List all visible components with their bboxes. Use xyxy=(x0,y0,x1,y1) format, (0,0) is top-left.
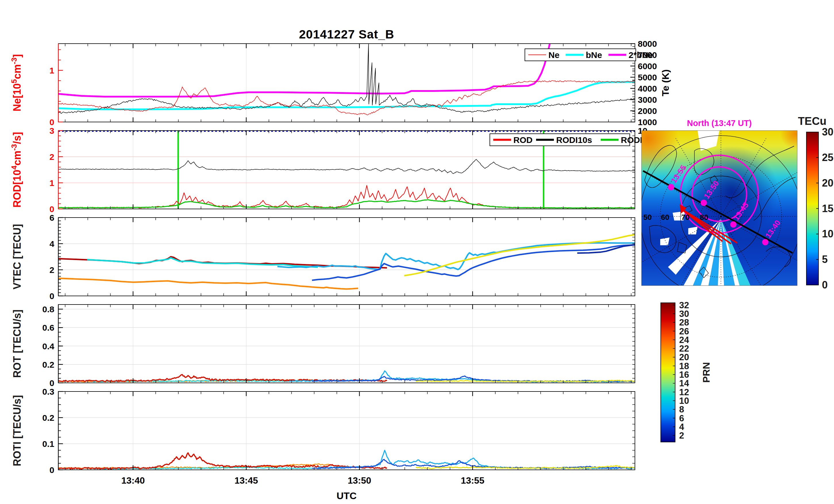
xtick-13:50: 13:50 xyxy=(348,475,371,486)
lat-label-70: 70 xyxy=(681,213,689,222)
series-vtec-prn-cyan xyxy=(87,258,318,267)
tecu-tick-10: 10 xyxy=(822,228,833,240)
tecu-tick-20: 20 xyxy=(822,177,833,189)
ytick-ne-te-0: 0 xyxy=(49,117,54,127)
series-2*bNe xyxy=(58,42,550,97)
panel-rot: 00.20.40.60.8ROT [TECU/s] xyxy=(11,304,635,388)
legend-item-bNe: bNe xyxy=(586,50,602,60)
map-title: North (13:47 UT) xyxy=(687,118,752,128)
tecu-colorbar-title: TECu xyxy=(798,115,826,127)
ytick-right-5000: 5000 xyxy=(638,73,657,82)
series-RODI20s xyxy=(58,200,635,208)
chart-canvas: 0110002000300040005000600070008000Te (K)… xyxy=(0,0,834,504)
series-vtec-prn-skyblue xyxy=(278,243,635,270)
ytick-rod-1: 1 xyxy=(49,178,54,188)
ytick-right-1000: 1000 xyxy=(638,117,657,127)
ytick-roti-0: 0 xyxy=(49,465,54,475)
prn-tick-2: 2 xyxy=(679,431,684,440)
tecu-tick-0: 0 xyxy=(822,279,828,291)
series-RODI10s xyxy=(58,159,635,174)
ytick-roti-0.3: 0.3 xyxy=(42,387,54,396)
ytick-ne-te-1: 1 xyxy=(49,66,54,75)
ylabel-rod: ROD[104​cm-3​/s] xyxy=(10,132,23,208)
x-axis-label: UTC xyxy=(58,490,635,501)
panel-roti: 00.10.20.313:4013:4513:5013:55ROTI [TECU… xyxy=(11,387,635,486)
xtick-13:55: 13:55 xyxy=(461,475,484,486)
ytick-vtec-0: 0 xyxy=(49,291,54,301)
panel-rod: 012310ROD[104​cm-3​/s]RODRODI10sRODI20s xyxy=(10,126,657,214)
ytick-right-2000: 2000 xyxy=(638,106,657,116)
series-vtec-prn-blue xyxy=(312,245,635,280)
ytick-vtec-6: 6 xyxy=(49,213,54,223)
tecu-tick-30: 30 xyxy=(822,126,833,138)
ytick-right-4000: 4000 xyxy=(638,84,657,93)
prn-colorbar xyxy=(661,303,675,442)
legend-item-Ne: Ne xyxy=(548,50,559,60)
panel-vtec: 0246VTEC [TECU] xyxy=(11,213,635,301)
tecu-tick-25: 25 xyxy=(822,152,833,163)
ytick-rot-0.2: 0.2 xyxy=(42,360,54,369)
lat-label-80: 80 xyxy=(700,213,708,222)
legend-item-ROD: ROD xyxy=(513,135,533,145)
ytick-right-6000: 6000 xyxy=(638,62,657,71)
screenshot-figure: 20141227 Sat_B 0110002000300040005000600… xyxy=(0,0,834,504)
xtick-13:45: 13:45 xyxy=(235,475,258,486)
ytick-rod-2: 2 xyxy=(49,152,54,162)
tecu-tick-5: 5 xyxy=(822,253,828,265)
ytick-roti-0.2: 0.2 xyxy=(42,413,54,422)
legend-item-2*bNe: 2*bNe xyxy=(629,50,653,60)
ylabel-rot: ROT [TECU/s] xyxy=(11,310,23,378)
ytick-rot-0: 0 xyxy=(49,378,54,388)
lat-label-60: 60 xyxy=(661,213,670,222)
ytick-rod-3: 3 xyxy=(49,126,54,136)
legend-item-RODI10s: RODI10s xyxy=(556,135,592,145)
ytick-vtec-4: 4 xyxy=(49,239,54,249)
ytick-rot-0.6: 0.6 xyxy=(42,323,54,333)
panel-ne-te: 0110002000300040005000600070008000Te (K)… xyxy=(10,39,671,127)
ytick-rot-0.8: 0.8 xyxy=(42,304,54,314)
lat-label-50: 50 xyxy=(643,213,652,222)
right-axis-label: Te (K) xyxy=(660,69,671,96)
ylabel-roti: ROTI [TECU/s] xyxy=(11,395,23,466)
ytick-right-8000: 8000 xyxy=(638,39,657,48)
prn-colorbar-label: PRN xyxy=(701,362,711,383)
series-ROD xyxy=(58,185,635,208)
ytick-vtec-2: 2 xyxy=(49,265,54,275)
ylabel-vtec: VTEC [TECU] xyxy=(11,224,23,290)
ytick-rod-0: 0 xyxy=(49,204,54,214)
tecu-tick-15: 15 xyxy=(822,203,833,214)
ylabel-ne-te: Ne[105​cm-3​] xyxy=(10,54,23,112)
ytick-right-3000: 3000 xyxy=(638,95,657,105)
chart-svg: 0110002000300040005000600070008000Te (K)… xyxy=(0,0,834,504)
ytick-roti-0.1: 0.1 xyxy=(42,439,54,449)
tec-map: 13:5513:5013:4513:4050607080North (13:47… xyxy=(616,107,833,442)
xtick-13:40: 13:40 xyxy=(121,475,145,486)
ytick-rot-0.4: 0.4 xyxy=(42,342,54,351)
